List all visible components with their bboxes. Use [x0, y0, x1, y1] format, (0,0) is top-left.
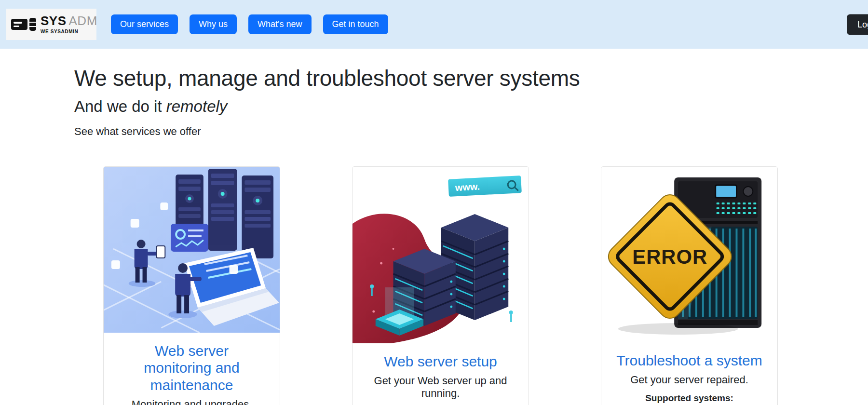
card-body: Web server setup Get your Web server up … — [353, 343, 529, 405]
logo-sys: SYS — [41, 14, 67, 28]
card-desc-setup: Get your Web server up and running. — [368, 375, 513, 400]
nav-links: Our services Why us What's new Get in to… — [111, 14, 388, 34]
card-footer-troubleshoot: Supported systems: — [608, 393, 771, 404]
card-title-monitoring[interactable]: Web server monitoring and maintenance — [120, 342, 264, 393]
services-line: See what services we offer — [74, 125, 868, 138]
nav-whats-new-button[interactable]: What's new — [248, 14, 311, 34]
database-icon — [29, 18, 36, 31]
troubleshoot-illustration-svg: ERROR — [601, 167, 777, 339]
logo-tagline: WE SYSADMIN — [41, 29, 97, 34]
monitoring-illustration — [104, 167, 280, 333]
logo[interactable]: SYSADM WE SYSADMIN — [6, 9, 96, 40]
server-database-icon — [11, 18, 36, 31]
card-body: Troubleshoot a system Get your server re… — [601, 339, 777, 405]
hero-section: We setup, manage and troubleshoot server… — [0, 49, 868, 405]
nav-why-us-button[interactable]: Why us — [190, 14, 237, 34]
server-icon — [11, 19, 27, 30]
navbar: SYSADM WE SYSADMIN Our services Why us W… — [0, 0, 868, 49]
card-monitoring: Web server monitoring and maintenance Mo… — [103, 166, 280, 405]
login-button[interactable]: Login — [847, 14, 868, 35]
www-text: www. — [454, 181, 480, 193]
sign-shadow — [618, 323, 738, 335]
dashboard-panel — [171, 224, 208, 252]
services-cards: Web server monitoring and maintenance Mo… — [74, 166, 868, 405]
nav-our-services-button[interactable]: Our services — [111, 14, 178, 34]
nav-get-in-touch-button[interactable]: Get in touch — [323, 14, 388, 34]
card-desc-troubleshoot: Get your server repaired. — [617, 374, 762, 386]
hero-subtitle-prefix: And we do it — [74, 97, 166, 115]
error-text: ERROR — [632, 245, 707, 268]
troubleshoot-illustration: ERROR — [601, 167, 777, 339]
setup-illustration-svg: www. — [353, 167, 529, 343]
card-setup: www. — [352, 166, 529, 405]
setup-illustration: www. — [353, 167, 529, 343]
card-desc-monitoring: Monitoring and upgrades. — [120, 398, 264, 405]
logo-wordmark: SYSADM — [41, 14, 97, 27]
card-title-troubleshoot[interactable]: Troubleshoot a system — [608, 352, 771, 369]
logo-adm: ADM — [69, 14, 97, 28]
card-body: Web server monitoring and maintenance Mo… — [104, 333, 280, 405]
hero-subtitle-emphasis: remotely — [166, 97, 228, 115]
logo-text: SYSADM WE SYSADMIN — [41, 14, 97, 34]
card-title-setup[interactable]: Web server setup — [359, 353, 522, 370]
card-troubleshoot: ERROR Troubleshoot a system Get your ser… — [601, 166, 778, 405]
page-title: We setup, manage and troubleshoot server… — [74, 66, 868, 91]
hero-subtitle: And we do it remotely — [74, 98, 868, 115]
monitoring-illustration-svg — [104, 167, 280, 333]
